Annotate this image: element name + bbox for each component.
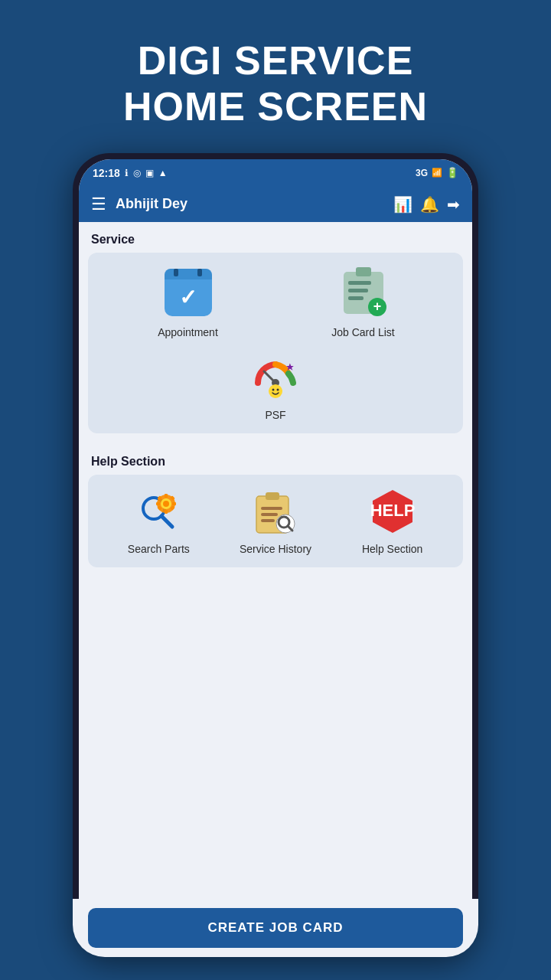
appointment-icon: ✓ — [165, 269, 212, 316]
search-parts-item[interactable]: Search Parts — [120, 487, 197, 555]
battery-icon: 🔋 — [446, 167, 458, 178]
job-card-list-item[interactable]: + Job Card List — [325, 265, 402, 338]
info-icon: ℹ — [125, 168, 129, 178]
notification-icon[interactable]: 🔔 — [420, 195, 439, 214]
hamburger-icon[interactable]: ☰ — [91, 194, 106, 214]
svg-text:HELP: HELP — [370, 501, 415, 520]
wifi-icon: ▲ — [158, 168, 168, 178]
help-section-label: Help Section — [79, 444, 472, 475]
psf-label: PSF — [265, 409, 285, 421]
svg-rect-19 — [165, 510, 168, 514]
service-history-icon — [250, 487, 300, 537]
svg-rect-31 — [261, 519, 275, 522]
hero-title: DIGI SERVICE HOME SCREEN — [123, 38, 428, 130]
scroll-content: Service ✓ — [79, 222, 472, 951]
appointment-icon-box: ✓ — [161, 265, 216, 320]
location-icon: ◎ — [133, 168, 141, 178]
svg-rect-1 — [348, 281, 371, 285]
service-history-label: Service History — [240, 543, 311, 555]
psf-item[interactable]: PSF — [237, 348, 314, 421]
status-time: 12:18 — [93, 167, 120, 179]
help-section-item[interactable]: HELP Help Section — [354, 487, 431, 555]
svg-line-14 — [161, 516, 172, 527]
service-section-card: ✓ Appointment — [88, 253, 463, 433]
service-history-item[interactable]: Service History — [237, 487, 314, 555]
svg-rect-21 — [172, 502, 176, 505]
network-label: 3G — [416, 168, 428, 178]
phone-frame: 12:18 ℹ ◎ ▣ ▲ 3G 📶 🔋 ☰ Abhijit Dey 📊 🔔 ➡ — [73, 153, 478, 957]
job-card-list-label: Job Card List — [331, 326, 394, 338]
svg-rect-18 — [165, 494, 168, 498]
search-parts-icon — [134, 487, 184, 537]
psf-icon-box — [248, 348, 303, 403]
chart-icon[interactable]: 📊 — [393, 195, 412, 214]
job-card-icon: + — [341, 267, 386, 317]
service-section-label: Service — [79, 222, 472, 253]
appointment-label: Appointment — [158, 326, 218, 338]
bottom-bar: CREATE JOB CARD — [79, 899, 472, 951]
svg-point-11 — [277, 388, 279, 390]
logout-icon[interactable]: ➡ — [447, 195, 460, 214]
sim-icon: ▣ — [145, 168, 154, 178]
svg-rect-2 — [348, 289, 368, 292]
svg-point-17 — [163, 501, 169, 507]
svg-rect-20 — [156, 502, 160, 505]
top-nav: ☰ Abhijit Dey 📊 🔔 ➡ — [79, 187, 472, 222]
signal-icon: 📶 — [432, 168, 442, 178]
svg-rect-30 — [261, 513, 278, 516]
help-section-item-label: Help Section — [362, 543, 422, 555]
create-job-card-button[interactable]: CREATE JOB CARD — [88, 908, 463, 948]
svg-point-9 — [269, 384, 282, 398]
help-section-card: Search Parts — [88, 475, 463, 567]
search-parts-label: Search Parts — [128, 543, 190, 555]
job-card-icon-box: + — [336, 265, 391, 320]
svg-text:+: + — [373, 299, 381, 314]
svg-rect-28 — [266, 492, 279, 500]
svg-rect-4 — [356, 267, 371, 276]
svg-rect-29 — [261, 507, 282, 510]
status-bar: 12:18 ℹ ◎ ▣ ▲ 3G 📶 🔋 — [79, 159, 472, 187]
psf-icon — [249, 348, 302, 402]
nav-username: Abhijit Dey — [116, 196, 384, 212]
help-section-icon-box: HELP — [367, 487, 417, 537]
svg-rect-3 — [348, 296, 364, 300]
appointment-item[interactable]: ✓ Appointment — [150, 265, 227, 338]
svg-point-10 — [272, 388, 275, 390]
